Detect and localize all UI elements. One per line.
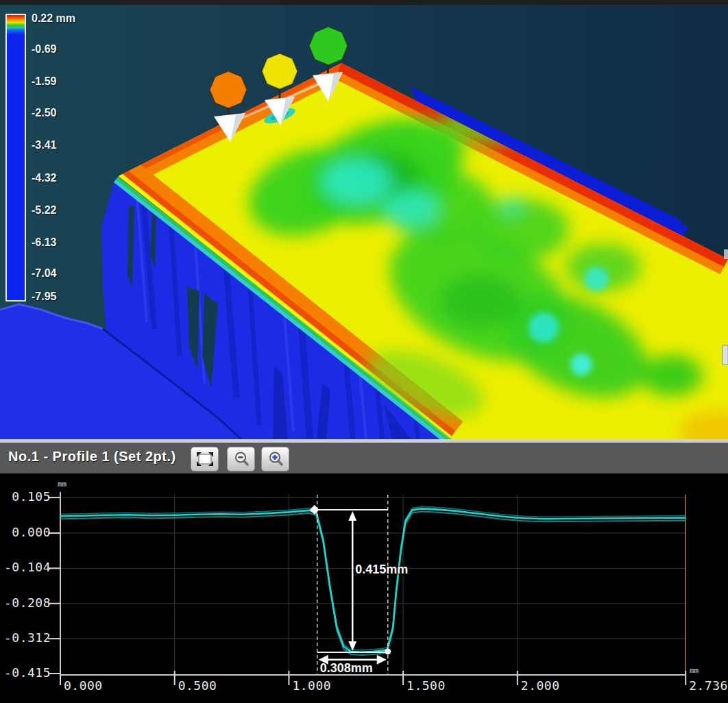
profile-trace [60,508,685,652]
magnifier-minus-icon [233,451,250,467]
colorbar-tick: -0.69 [32,43,93,56]
depth-measurement-label: 0.415mm [355,563,408,577]
height-colorbar [5,14,26,301]
y-tick-label: 0.000 [0,525,51,539]
x-tick-label: 1.000 [292,678,331,693]
colorbar-tick: -6.13 [32,236,93,249]
profile-point-marker [385,648,391,654]
colorbar-tick: -3.41 [32,139,93,151]
profile-toolbar: No.1 - Profile 1 (Set 2pt.) [0,443,728,473]
height-map-3d-view[interactable]: 0.22 mm -0.69 -1.59 -2.50 -3.41 -4.32 -5… [0,5,728,439]
fit-view-button[interactable] [191,447,219,471]
colorbar-tick: -2.50 [32,107,93,119]
marker-head-orange [210,71,247,108]
colorbar-tick: -5.22 [32,204,93,217]
colorbar-tick: 0.22 mm [32,12,93,25]
profile-chart-panel: 0.1050.000-0.104-0.208-0.312-0.4150.0000… [0,473,728,703]
right-edge-handle-top[interactable] [724,249,728,259]
profile-trace-echo [60,506,685,650]
x-axis-unit: mm [690,666,699,675]
y-tick-label: -0.208 [0,595,51,610]
x-tick-label: 1.500 [407,678,446,693]
colorbar-tick: -4.32 [32,172,93,184]
y-tick-label: 0.105 [0,489,51,504]
height-map-3d-render [0,5,728,439]
zoom-in-button[interactable] [261,447,289,471]
x-tick-label: 0.500 [178,678,217,693]
right-edge-handle[interactable] [723,345,728,365]
profile-title: No.1 - Profile 1 (Set 2pt.) [8,449,176,465]
x-tick-label: 0.000 [64,678,103,693]
fit-icon [196,452,214,467]
y-tick-label: -0.415 [0,665,51,680]
chart-axes [60,492,685,675]
magnifier-plus-icon [267,451,284,467]
colorbar-tick: -7.95 [32,291,93,303]
y-tick-label: -0.312 [0,630,51,645]
colorbar-tick: -7.04 [32,267,93,280]
colorbar-tick: -1.59 [32,75,93,88]
x-tick-label: 2.736 [689,678,728,693]
zoom-out-button[interactable] [227,447,255,471]
measurement-annotations [310,495,391,674]
width-measurement-label: 0.308mm [320,661,373,676]
window-top-strip [0,0,728,5]
y-axis-unit: mm [58,480,66,489]
marker-head-green [309,27,348,65]
marker-head-yellow [262,53,298,89]
measurement-app-window: 0.22 mm -0.69 -1.59 -2.50 -3.41 -4.32 -5… [0,0,728,703]
x-tick-label: 2.000 [521,678,560,693]
chart-tick-marks [48,497,685,685]
y-tick-label: -0.104 [0,560,51,574]
